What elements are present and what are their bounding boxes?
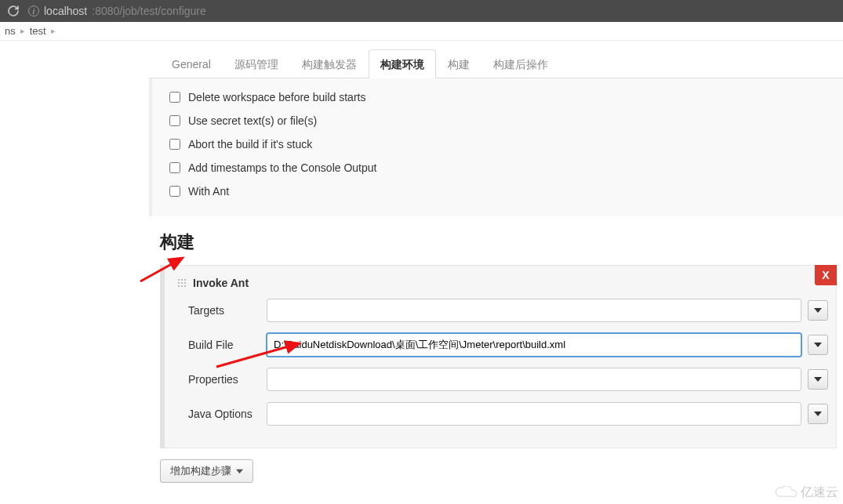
targets-label: Targets	[188, 304, 267, 317]
java-opts-label: Java Options	[188, 408, 267, 420]
breadcrumb: ns ▸ test ▸	[0, 22, 843, 41]
check-secret-text[interactable]: Use secret text(s) or file(s)	[169, 114, 835, 127]
build-file-label: Build File	[188, 339, 267, 351]
help-toggle[interactable]	[808, 335, 828, 355]
targets-input[interactable]	[267, 299, 801, 322]
delete-step-button[interactable]: X	[815, 265, 837, 285]
build-heading: 构建	[149, 216, 843, 265]
tab-build[interactable]: 构建	[436, 49, 481, 78]
properties-label: Properties	[188, 373, 267, 386]
breadcrumb-item[interactable]: test	[25, 25, 51, 37]
main-content: General 源码管理 构建触发器 构建环境 构建 构建后操作 Delete …	[149, 41, 843, 483]
checkbox[interactable]	[169, 92, 180, 103]
java-opts-input[interactable]	[267, 402, 801, 426]
checkbox[interactable]	[169, 139, 180, 150]
check-delete-workspace[interactable]: Delete workspace before build starts	[169, 91, 835, 103]
checkbox[interactable]	[169, 115, 180, 126]
tab-build-env[interactable]: 构建环境	[369, 49, 436, 78]
chevron-down-icon	[236, 468, 243, 475]
block-title: Invoke Ant	[193, 277, 249, 289]
check-abort-stuck[interactable]: Abort the build if it's stuck	[169, 138, 835, 150]
check-with-ant[interactable]: With Ant	[169, 185, 835, 198]
url-display[interactable]: i localhost:8080/job/test/configure	[28, 5, 206, 17]
chevron-right-icon: ▸	[51, 26, 56, 36]
check-timestamps[interactable]: Add timestamps to the Console Output	[169, 161, 835, 174]
invoke-ant-block: X Invoke Ant Targets Build File Properti…	[160, 265, 837, 448]
watermark: 亿速云	[776, 484, 838, 501]
checkbox[interactable]	[169, 162, 180, 173]
url-path: :8080/job/test/configure	[92, 5, 206, 17]
site-info-icon[interactable]: i	[28, 5, 39, 16]
browser-address-bar: i localhost:8080/job/test/configure	[0, 0, 843, 22]
url-host: localhost	[44, 5, 87, 17]
drag-handle-icon[interactable]	[177, 278, 187, 288]
help-toggle[interactable]	[808, 404, 828, 424]
breadcrumb-item[interactable]: ns	[0, 25, 20, 37]
help-toggle[interactable]	[808, 369, 828, 390]
tab-general[interactable]: General	[160, 49, 223, 78]
build-file-input[interactable]	[267, 333, 801, 357]
help-toggle[interactable]	[808, 300, 828, 321]
tab-triggers[interactable]: 构建触发器	[290, 49, 369, 78]
left-sidebar	[0, 41, 149, 483]
tab-scm[interactable]: 源码管理	[223, 49, 290, 78]
reload-icon[interactable]	[6, 4, 20, 18]
checkbox[interactable]	[169, 186, 180, 197]
build-environment-section: Delete workspace before build starts Use…	[149, 78, 843, 216]
properties-input[interactable]	[267, 368, 801, 391]
add-build-step-button[interactable]: 增加构建步骤	[160, 459, 253, 483]
tab-post-build[interactable]: 构建后操作	[481, 49, 560, 78]
config-tabs: General 源码管理 构建触发器 构建环境 构建 构建后操作	[149, 49, 843, 78]
